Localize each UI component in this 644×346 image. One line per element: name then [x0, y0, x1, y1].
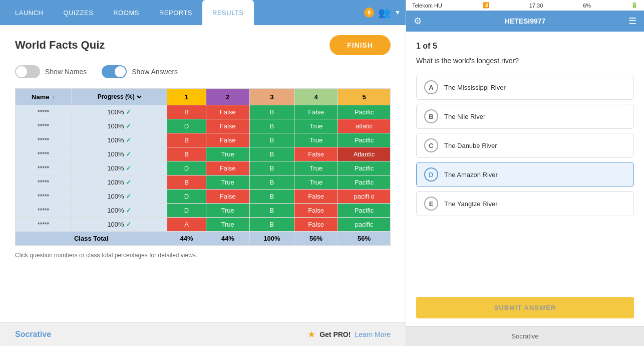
q2-cell: False: [206, 119, 249, 133]
submit-answer-button[interactable]: SUBMIT ANSWER: [416, 297, 634, 318]
col-header-name[interactable]: Name ↑: [16, 89, 72, 105]
name-cell: *****: [16, 119, 72, 133]
q1-cell: B: [167, 147, 206, 161]
table-row: ***** 100% ✓ B False B False Pacific: [16, 105, 391, 119]
progress-cell: 100% ✓: [72, 133, 167, 147]
q3-cell: B: [249, 105, 294, 119]
q5-cell: Atlantic: [338, 147, 391, 161]
answer-letter-a: A: [424, 80, 438, 94]
q2-cell: True: [206, 218, 249, 232]
answer-option-a[interactable]: A The Mississippi River: [416, 75, 634, 100]
q3-cell: B: [249, 176, 294, 190]
phone-username: HETESI9977: [427, 17, 623, 25]
answer-letter-e: E: [424, 197, 438, 211]
name-cell: *****: [16, 133, 72, 147]
answer-text-c: The Danube River: [444, 142, 497, 149]
answer-option-c[interactable]: C The Danube River: [416, 133, 634, 158]
phone-panel: Telekom HU 📶 17:30 6% 🔋 ⚙ HETESI9977 ☰ 1…: [406, 0, 644, 346]
phone-content: 1 of 5 What is the world's longest river…: [406, 32, 644, 289]
battery-icon: 🔋: [631, 2, 638, 9]
answer-option-d[interactable]: D The Amazon River: [416, 162, 634, 187]
q4-cell: False: [294, 105, 338, 119]
q3-cell: B: [249, 147, 294, 161]
main-content: World Facts Quiz FINISH Show Names Show …: [0, 25, 406, 322]
progress-cell: 100% ✓: [72, 161, 167, 176]
q2-cell: True: [206, 176, 249, 190]
nav-quizzes[interactable]: QUIZZES: [53, 0, 103, 25]
finish-button[interactable]: FINISH: [330, 35, 391, 55]
q4-cell: False: [294, 190, 338, 204]
show-names-label: Show Names: [45, 68, 87, 76]
q3-cell: B: [249, 190, 294, 204]
class-total-q3[interactable]: 100%: [249, 232, 294, 246]
class-total-q1[interactable]: 44%: [167, 232, 206, 246]
class-total-q2[interactable]: 44%: [206, 232, 249, 246]
battery-display: 6%: [583, 3, 591, 9]
show-answers-toggle-group: Show Answers: [102, 65, 178, 78]
q1-cell: D: [167, 190, 206, 204]
q1-cell: B: [167, 133, 206, 147]
q5-cell: Pacific: [338, 105, 391, 119]
navigation: LAUNCH QUIZZES ROOMS REPORTS RESULTS 9 👥…: [0, 0, 406, 25]
class-total-q4[interactable]: 56%: [294, 232, 338, 246]
show-answers-label: Show Answers: [132, 68, 178, 76]
answer-option-b[interactable]: B The Nile River: [416, 104, 634, 129]
table-row: ***** 100% ✓ D False B True atlatic: [16, 119, 391, 133]
progress-cell: 100% ✓: [72, 105, 167, 119]
q1-cell: A: [167, 218, 206, 232]
q5-cell: Pacific: [338, 161, 391, 176]
table-row: ***** 100% ✓ D False B False pacifi o: [16, 190, 391, 204]
q5-cell: Pacific: [338, 204, 391, 218]
col-header-q4[interactable]: 4: [294, 89, 338, 105]
q4-cell: True: [294, 119, 338, 133]
question-text: What is the world's longest river?: [416, 57, 634, 65]
progress-cell: 100% ✓: [72, 190, 167, 204]
col-header-progress[interactable]: Progress (%): [72, 89, 167, 105]
answer-option-e[interactable]: E The Yangtze River: [416, 191, 634, 216]
nav-launch[interactable]: LAUNCH: [5, 0, 53, 25]
col-header-q5[interactable]: 5: [338, 89, 391, 105]
q4-cell: False: [294, 147, 338, 161]
q1-cell: D: [167, 161, 206, 176]
nav-reports[interactable]: REPORTS: [149, 0, 202, 25]
get-pro-text: Get PRO!: [319, 330, 351, 338]
q3-cell: B: [249, 133, 294, 147]
class-total-label: Class Total: [16, 232, 167, 246]
progress-cell: 100% ✓: [72, 176, 167, 190]
results-table: Name ↑ Progress (%) 1 2 3 4 5 *: [15, 88, 391, 246]
toggle-thumb-names: [16, 66, 27, 77]
hamburger-menu-icon[interactable]: ☰: [628, 16, 636, 27]
users-icon: 👥: [378, 7, 391, 19]
q1-cell: B: [167, 105, 206, 119]
chevron-down-icon[interactable]: ▼: [395, 9, 401, 16]
q2-cell: True: [206, 147, 249, 161]
class-total-q5[interactable]: 56%: [338, 232, 391, 246]
progress-cell: 100% ✓: [72, 204, 167, 218]
name-cell: *****: [16, 204, 72, 218]
col-header-q3[interactable]: 3: [249, 89, 294, 105]
q2-cell: True: [206, 204, 249, 218]
name-cell: *****: [16, 161, 72, 176]
col-header-q2[interactable]: 2: [206, 89, 249, 105]
col-header-q1[interactable]: 1: [167, 89, 206, 105]
answer-letter-c: C: [424, 138, 438, 152]
show-answers-toggle[interactable]: [102, 65, 127, 78]
sort-icon: ↑: [53, 95, 55, 100]
q2-cell: False: [206, 161, 249, 176]
q1-cell: B: [167, 176, 206, 190]
q3-cell: B: [249, 204, 294, 218]
show-names-toggle[interactable]: [15, 65, 40, 78]
name-cell: *****: [16, 147, 72, 161]
footer-pro: ★ Get PRO! Learn More: [307, 329, 391, 340]
answer-options: A The Mississippi River B The Nile River…: [416, 75, 634, 216]
progress-cell: 100% ✓: [72, 218, 167, 232]
q4-cell: False: [294, 218, 338, 232]
progress-dropdown[interactable]: Progress (%): [96, 93, 143, 101]
nav-right: 9 👥 ▼: [364, 7, 401, 19]
learn-more-link[interactable]: Learn More: [355, 330, 391, 338]
q2-cell: False: [206, 133, 249, 147]
nav-results[interactable]: RESULTS: [202, 0, 254, 25]
nav-rooms[interactable]: ROOMS: [103, 0, 149, 25]
wifi-icon: 📶: [482, 2, 489, 9]
name-cell: *****: [16, 190, 72, 204]
